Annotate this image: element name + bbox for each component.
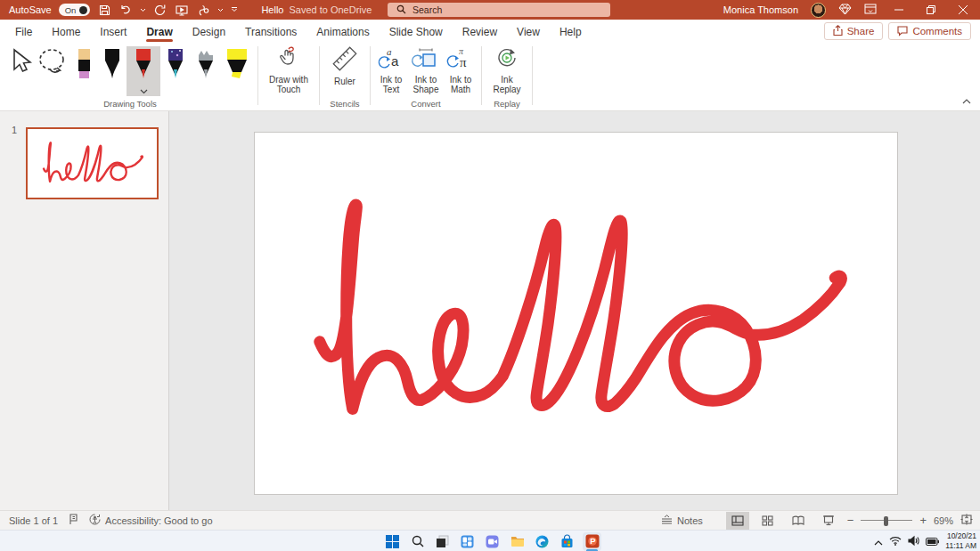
notes-icon [661,515,673,526]
group-replay: Ink Replay Replay [486,43,527,110]
tab-help[interactable]: Help [550,21,592,42]
windows-taskbar: P 10/20/21 11:11 AM [0,530,980,551]
pen-red-tool-selected[interactable] [127,46,160,96]
tab-transitions[interactable]: Transitions [235,21,306,42]
fit-slide-to-window-button[interactable] [960,514,973,527]
ink-to-shape-icon [413,46,438,72]
ink-replay-button[interactable]: Ink Replay [486,46,527,95]
ribbon-separator [481,46,482,105]
highlighter-yellow-tool[interactable] [221,46,253,82]
tab-view[interactable]: View [507,21,550,42]
autosave-state: On [65,5,77,15]
zoom-slider-handle[interactable] [884,516,888,526]
task-view-icon[interactable] [433,532,452,551]
tab-animations[interactable]: Animations [306,21,379,42]
taskbar-search-icon[interactable] [408,532,427,551]
ruler-button[interactable]: Ruler [324,46,365,86]
avatar[interactable] [811,3,826,18]
powerpoint-icon[interactable]: P [583,532,601,551]
slide-show-view-button[interactable] [817,512,840,530]
lasso-select-tool[interactable] [36,46,71,77]
clock[interactable]: 10/20/21 11:11 AM [945,531,976,550]
ruler-icon [331,46,358,74]
zoom-out-button[interactable]: − [847,514,854,527]
ink-to-math-button[interactable]: ππ Ink to Math [445,46,477,95]
zoom-in-button[interactable]: + [919,514,927,527]
tab-home[interactable]: Home [42,21,90,42]
ink-to-math-icon: ππ [449,46,472,72]
slide-sorter-view-button[interactable] [756,512,780,530]
draw-with-touch-icon [276,46,301,72]
normal-view-button[interactable] [726,512,749,530]
widgets-icon[interactable] [458,532,477,551]
maximize-icon[interactable] [921,0,941,20]
tab-slide-show[interactable]: Slide Show [380,21,453,42]
group-stencils: Ruler Stencils [324,43,365,110]
ink-to-shape-button[interactable]: Ink to Shape [409,46,443,95]
undo-dropdown-chevron[interactable] [140,8,146,12]
speaker-icon[interactable] [908,533,919,549]
slide-thumbnail-1[interactable] [26,127,159,199]
pencil-tool[interactable] [191,46,221,82]
minimize-icon[interactable] [889,0,909,20]
share-label: Share [847,26,875,36]
comments-icon [897,26,908,37]
wifi-icon[interactable] [889,533,902,549]
group-drawing-tools: Drawing Tools [7,43,253,110]
tab-review[interactable]: Review [453,21,507,42]
comments-label: Comments [912,26,962,36]
tab-insert[interactable]: Insert [90,21,136,42]
autosave-toggle[interactable]: On [59,4,91,16]
pen-black-tool[interactable] [98,46,127,82]
edge-icon[interactable] [533,532,551,551]
powerpoint-window: AutoSave On Hell [0,0,980,551]
start-from-beginning-icon[interactable] [175,3,189,17]
ribbon-display-options-icon[interactable] [864,4,877,16]
customize-qat-icon[interactable] [231,7,238,12]
undo-icon[interactable] [118,3,133,17]
search-input[interactable]: Search [388,3,610,17]
tab-file[interactable]: File [5,21,42,42]
comments-button[interactable]: Comments [888,22,971,40]
document-name: Hello [261,4,283,15]
select-cursor-tool[interactable] [7,46,36,75]
group-label-convert: Convert [375,97,477,110]
close-icon[interactable] [953,0,973,20]
pen-galaxy-tool[interactable] [160,46,191,82]
ink-to-text-button[interactable]: aa Ink to Text [375,46,407,95]
tab-draw[interactable]: Draw [136,21,182,42]
save-icon[interactable] [97,3,111,17]
pen-dropdown-chevron[interactable] [217,8,224,12]
system-tray: 10/20/21 11:11 AM [874,531,976,551]
notes-flag-icon[interactable] [69,514,78,527]
draw-with-touch-button[interactable]: Draw with Touch [263,46,314,95]
zoom-slider[interactable] [861,512,912,530]
group-label-stencils: Stencils [324,97,365,110]
ink-pen-icon[interactable] [196,3,210,17]
user-name[interactable]: Monica Thomson [723,4,798,15]
share-button[interactable]: Share [824,22,884,40]
ribbon: Drawing Tools Draw with Touch [0,43,980,111]
zoom-level[interactable]: 69% [934,515,953,526]
redo-icon[interactable] [153,3,167,17]
eraser-tool[interactable] [71,46,98,82]
slide-canvas[interactable] [254,132,898,495]
store-icon[interactable] [558,532,576,551]
battery-icon[interactable] [926,533,939,549]
gem-icon[interactable] [838,4,852,17]
slide-indicator[interactable]: Slide 1 of 1 [9,515,58,526]
ink-to-text-label: Ink to Text [375,75,407,95]
chat-icon[interactable] [483,532,502,551]
ink-to-math-label: Ink to Math [445,75,477,95]
accessibility-status[interactable]: Accessibility: Good to go [89,514,212,527]
pen-options-chevron[interactable] [140,82,148,98]
collapse-ribbon-chevron[interactable] [962,92,971,108]
reading-view-button[interactable] [787,512,810,530]
quick-access-toolbar: AutoSave On [0,3,238,17]
tab-design[interactable]: Design [183,21,235,42]
notes-button[interactable]: Notes [661,515,703,526]
save-status: Saved to OneDrive [289,4,372,15]
start-icon[interactable] [383,532,402,551]
file-explorer-icon[interactable] [508,532,527,551]
hidden-icons-chevron[interactable] [874,533,883,549]
